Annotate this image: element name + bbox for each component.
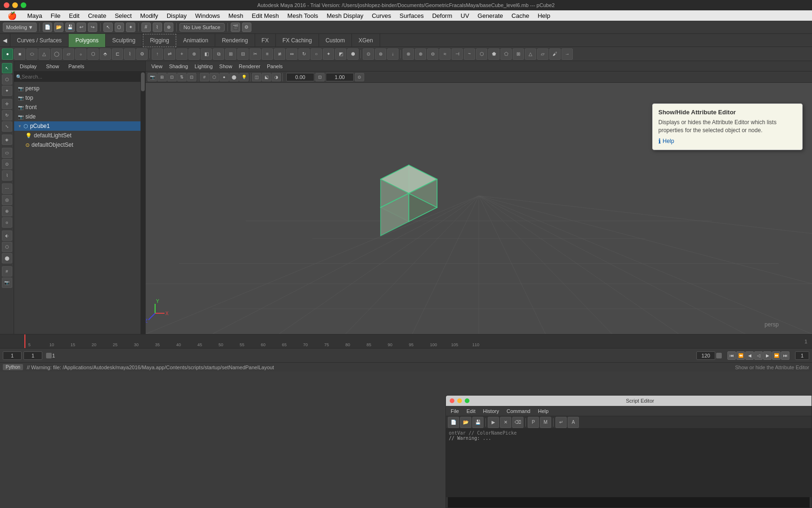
- sidebar-toggle[interactable]: ◀: [0, 34, 10, 47]
- outliner-search-input[interactable]: [22, 74, 143, 79]
- undo-btn[interactable]: ↩: [77, 23, 86, 32]
- menu-select[interactable]: Select: [111, 11, 135, 20]
- light-toggle[interactable]: 💡: [239, 73, 249, 81]
- helix-tool[interactable]: ⌇: [124, 48, 135, 60]
- menu-cache[interactable]: Cache: [508, 11, 533, 20]
- se-edit-menu[interactable]: Edit: [464, 407, 478, 415]
- menu-generate[interactable]: Generate: [474, 11, 507, 20]
- se-file-menu[interactable]: File: [448, 407, 462, 415]
- viewport-lighting-menu[interactable]: Lighting: [192, 63, 216, 70]
- language-indicator[interactable]: Python: [3, 364, 23, 370]
- menu-mesh[interactable]: Mesh: [225, 11, 247, 20]
- se-run-btn[interactable]: ▶: [488, 417, 499, 428]
- chamfer-tool[interactable]: ⬢: [347, 48, 359, 60]
- redo-btn[interactable]: ↪: [88, 23, 97, 32]
- frame-all[interactable]: ⊞: [157, 73, 167, 81]
- tab-fx-caching[interactable]: FX Caching: [276, 34, 319, 47]
- camera-select[interactable]: 📷: [148, 73, 157, 81]
- se-minimize-btn[interactable]: [457, 398, 462, 403]
- cone-tool[interactable]: △: [39, 48, 50, 60]
- smooth-shade[interactable]: ●: [219, 73, 229, 81]
- paint-select-btn[interactable]: ✦: [2, 86, 12, 96]
- sculpt-btn[interactable]: ⌇: [2, 170, 12, 181]
- maximize-button[interactable]: [21, 2, 26, 8]
- tab-rendering[interactable]: Rendering: [215, 34, 255, 47]
- paint-transfer[interactable]: 🖌: [549, 48, 561, 60]
- torus-tool[interactable]: ◯: [51, 48, 62, 60]
- se-new-btn[interactable]: 📄: [448, 417, 459, 428]
- viewport-panels-menu[interactable]: Panels: [264, 63, 286, 70]
- sphere-tool[interactable]: ●: [2, 48, 13, 60]
- ambient-occlusion[interactable]: ◑: [272, 73, 281, 81]
- se-history-menu[interactable]: History: [480, 407, 502, 415]
- circularize-tool[interactable]: ○: [311, 48, 322, 60]
- lasso-select-btn[interactable]: ⬡: [2, 74, 12, 85]
- timeline[interactable]: 5 10 15 20 25 30 35 40 45 50 55 60 65 70…: [0, 334, 812, 348]
- menu-maya[interactable]: Maya: [23, 11, 46, 20]
- se-open-btn[interactable]: 📂: [460, 417, 471, 428]
- plane-tool[interactable]: ▱: [63, 48, 74, 60]
- tree-item-front[interactable]: 📷 front: [14, 103, 145, 112]
- tab-animation[interactable]: Animation: [177, 34, 215, 47]
- menu-create[interactable]: Create: [84, 11, 110, 20]
- menu-edit[interactable]: Edit: [65, 11, 83, 20]
- mirror-tool[interactable]: ⊣: [452, 48, 463, 60]
- wireframe-btn[interactable]: ⬡: [2, 242, 12, 252]
- frame-sel[interactable]: ⊡: [167, 73, 177, 81]
- tab-custom[interactable]: Custom: [319, 34, 352, 47]
- se-help-menu[interactable]: Help: [535, 407, 552, 415]
- remesh-tool[interactable]: ⬟: [488, 48, 500, 60]
- render-preview[interactable]: 🎬: [231, 23, 240, 32]
- tab-curves-surfaces[interactable]: Curves / Surfaces: [10, 34, 69, 47]
- se-wrap-btn[interactable]: ↵: [555, 417, 567, 428]
- backface-toggle[interactable]: ⬕: [262, 73, 271, 81]
- se-close-btn[interactable]: [450, 398, 454, 403]
- offset-tool[interactable]: ≢: [274, 48, 285, 60]
- pyramid-tool[interactable]: ⬘: [100, 48, 111, 60]
- render-settings[interactable]: ⚙: [242, 23, 251, 32]
- lasso-tool[interactable]: ⬡: [115, 23, 124, 32]
- insert-edgeloop-tool[interactable]: ≡: [262, 48, 273, 60]
- menu-display[interactable]: Display: [163, 11, 191, 20]
- wireframe-toggle[interactable]: ⬡: [210, 73, 219, 81]
- quadrangulate-tool[interactable]: ▱: [537, 48, 548, 60]
- script-editor-input-area[interactable]: [446, 497, 812, 508]
- gear-mesh-tool[interactable]: ⚙: [136, 48, 148, 60]
- script-input[interactable]: [448, 497, 810, 508]
- cylinder-tool[interactable]: ⬭: [26, 48, 38, 60]
- flip-tool[interactable]: ⇔: [286, 48, 297, 60]
- menu-deform[interactable]: Deform: [429, 11, 456, 20]
- play-fwd-btn[interactable]: ▶: [763, 351, 772, 360]
- spin-tool[interactable]: ↻: [298, 48, 310, 60]
- fill-hole-tool[interactable]: ⊕: [188, 48, 200, 60]
- end-frame-field[interactable]: 120: [696, 351, 715, 360]
- go-start-btn[interactable]: ⏮: [727, 351, 736, 360]
- go-end-btn[interactable]: ⏭: [781, 351, 789, 360]
- scale-tool-btn[interactable]: ⤡: [2, 121, 12, 132]
- no-live-surface-indicator[interactable]: No Live Surface: [180, 23, 225, 32]
- se-python-btn[interactable]: P: [528, 417, 539, 428]
- menu-mesh-tools[interactable]: Mesh Tools: [284, 11, 322, 20]
- close-button[interactable]: [4, 2, 9, 8]
- outliner-display-menu[interactable]: Display: [17, 63, 39, 70]
- outliner-show-menu[interactable]: Show: [43, 63, 62, 70]
- se-font-btn[interactable]: A: [568, 417, 579, 428]
- outliner-scrollbar[interactable]: [141, 71, 145, 334]
- smooth-tool[interactable]: ~: [464, 48, 475, 60]
- se-save-btn[interactable]: 💾: [472, 417, 484, 428]
- bookmarks[interactable]: ⊡: [187, 73, 196, 81]
- viewport-val2[interactable]: 1.00: [326, 73, 354, 81]
- pipe-tool[interactable]: ⊏: [112, 48, 123, 60]
- mark-menu-btn[interactable]: ⋯: [2, 183, 12, 194]
- snap-grid[interactable]: #: [141, 23, 151, 32]
- append-tool[interactable]: +: [176, 48, 187, 60]
- tab-sculpting[interactable]: Sculpting: [106, 34, 142, 47]
- disk-tool[interactable]: ⬦: [75, 48, 86, 60]
- tab-rigging[interactable]: Rigging: [143, 34, 176, 47]
- viewport-shading-menu[interactable]: Shading: [166, 63, 191, 70]
- poke-tool[interactable]: ✦: [323, 48, 334, 60]
- tree-item-persp[interactable]: 📷 persp: [14, 84, 145, 93]
- deform-btn[interactable]: ⌾: [2, 217, 12, 228]
- target-weld[interactable]: ⊛: [375, 48, 386, 60]
- val2-icon[interactable]: ⊙: [355, 73, 364, 81]
